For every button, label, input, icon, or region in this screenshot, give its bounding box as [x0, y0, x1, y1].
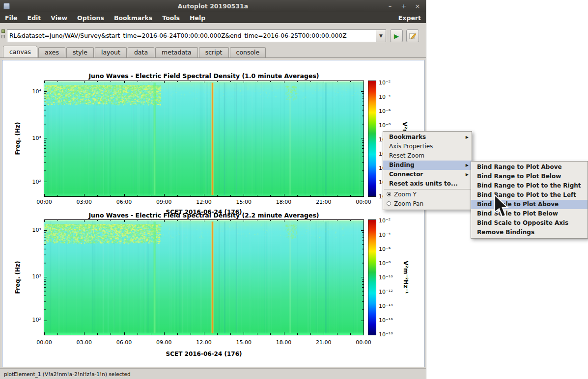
plot1-x-tick-label: 18:00: [276, 199, 292, 205]
submenu-arrow-icon: ▶: [466, 170, 469, 179]
menu-item-label: Zoom Y: [394, 191, 417, 198]
menu-item-label: Reset Zoom: [389, 152, 424, 159]
menu-item-label: Bind Scale to Plot Below: [477, 210, 558, 217]
menu-item-label: Bookmarks: [389, 134, 426, 140]
plot1-title: Juno Waves - Electric Field Spectral Den…: [44, 72, 364, 80]
mouse-cursor: [493, 194, 510, 221]
plot1-x-tick-label: 06:00: [116, 199, 132, 205]
colorbar2-label: V²m⁻²Hz⁻¹: [402, 261, 409, 294]
colorbar-1[interactable]: [368, 81, 376, 197]
submenu-arrow-icon: ▶: [466, 133, 469, 142]
colorbar2-tick-label: 10⁻¹⁰: [379, 274, 393, 281]
menu-item-label: Remove Bindings: [477, 229, 534, 236]
menu-item-reset-axis-units[interactable]: Reset axis units to...: [383, 179, 472, 189]
menu-item-label: Binding: [389, 162, 415, 168]
menu-item-zoom-y[interactable]: Zoom Y: [383, 190, 472, 199]
menu-item-label: Reset axis units to...: [389, 180, 458, 187]
plot2-title: Juno Waves - Electric Field Spectral Den…: [44, 212, 364, 219]
colorbar2-tick-label: 10⁻¹⁴: [379, 303, 393, 309]
plot2-x-axis-label: SCET 2016-06-24 (176): [44, 351, 364, 357]
plot2-y-tick-label: 10²: [32, 317, 41, 323]
screen: Autoplot 20190531a – + × File Edit View …: [0, 0, 588, 379]
minimize-button[interactable]: –: [387, 2, 393, 10]
plot2-x-tick-label: 21:00: [316, 339, 332, 346]
plot1-x-tick-label: 00:00: [36, 199, 52, 205]
menu-item-label: Bind Range to Plot Above: [477, 163, 562, 170]
menu-item-label: Bind Scale to Plot Above: [477, 201, 559, 208]
plot2-x-tick-label: 15:00: [236, 339, 252, 346]
colorbar2-tick-label: 10⁻⁸: [379, 260, 391, 267]
plot2-x-tick-label: 12:00: [196, 339, 212, 346]
colorbar2-tick-label: 10⁻⁶: [379, 246, 391, 252]
menu-item-label: Connector: [389, 171, 423, 178]
colorbar2-tick-label: 10⁻⁴: [379, 232, 391, 238]
colorbar1-tick-label: 10⁻⁸: [379, 122, 391, 129]
plot1-x-tick-label: 09:00: [156, 199, 172, 205]
maximize-button[interactable]: +: [400, 2, 407, 10]
colorbar1-tick-label: 10⁻⁶: [379, 108, 391, 114]
menu-item-label: Zoom Pan: [394, 200, 423, 207]
plot1-x-tick-label: 00:00: [356, 199, 371, 205]
menu-item-bind-range-right[interactable]: Bind Range to Plot to the Right: [471, 181, 588, 190]
menu-item-label: Bind Range to Plot to the Left: [477, 191, 576, 198]
menu-item-bind-range-left[interactable]: Bind Range to Plot to the Left: [471, 190, 588, 200]
menu-item-label: Axis Properties: [389, 143, 433, 150]
spectrogram-plot-2[interactable]: [44, 219, 364, 335]
menu-item-bind-range-above[interactable]: Bind Range to Plot Above: [471, 162, 588, 172]
menu-item-label: Bind Range to Plot to the Right: [477, 182, 581, 189]
plot1-x-tick-label: 12:00: [196, 199, 212, 205]
window-icon: [3, 3, 10, 9]
menu-item-connector[interactable]: Connector ▶: [383, 170, 472, 179]
menu-separator: [384, 189, 471, 190]
plot2-y-tick-label: 10³: [32, 273, 41, 280]
plot2-x-tick-label: 00:00: [36, 339, 52, 346]
menu-item-bind-scale-above[interactable]: Bind Scale to Plot Above: [471, 200, 588, 209]
close-button[interactable]: ×: [414, 2, 421, 10]
radio-selected-icon: [387, 192, 391, 196]
menu-item-binding[interactable]: Binding ▶: [383, 161, 472, 170]
plot2-x-tick-label: 00:00: [356, 339, 371, 346]
plot2-y-axis-label: Freq. (Hz): [14, 261, 21, 294]
radio-unselected-icon: [387, 201, 391, 206]
plot1-y-tick-label: 10⁴: [32, 88, 41, 95]
canvas-area[interactable]: Juno Waves - Electric Field Spectral Den…: [0, 0, 426, 379]
colorbar2-tick-label: 10⁻¹⁸: [379, 331, 393, 338]
menu-item-bind-range-below[interactable]: Bind Range to Plot Below: [471, 172, 588, 181]
menu-item-label: Bind Scale to Opposite Axis: [477, 219, 568, 226]
plot2-x-tick-label: 06:00: [116, 339, 132, 346]
arrow-cursor-icon: [493, 194, 510, 219]
colorbar2-tick-label: 10⁻²: [379, 217, 391, 224]
plot1-y-tick-label: 10²: [32, 179, 41, 185]
plot1-y-axis-label: Freq. (Hz): [14, 122, 21, 155]
menu-item-bind-scale-opposite[interactable]: Bind Scale to Opposite Axis: [471, 218, 588, 228]
menu-item-remove-bindings[interactable]: Remove Bindings: [471, 228, 588, 237]
colorbar2-tick-label: 10⁻¹²: [379, 289, 393, 295]
plot1-x-tick-label: 15:00: [236, 199, 252, 205]
menu-item-label: Bind Range to Plot Below: [477, 173, 561, 180]
menu-item-axis-properties[interactable]: Axis Properties: [383, 142, 472, 151]
context-menu: Bookmarks ▶ Axis Properties Reset Zoom B…: [383, 131, 472, 210]
plot1-x-tick-label: 21:00: [316, 199, 332, 205]
menu-item-bind-scale-below[interactable]: Bind Scale to Plot Below: [471, 209, 588, 218]
binding-submenu: Bind Range to Plot Above Bind Range to P…: [471, 161, 588, 239]
spectrogram-plot-1[interactable]: [44, 81, 364, 197]
colorbar2-tick-label: 10⁻¹⁶: [379, 317, 393, 324]
menu-item-zoom-pan[interactable]: Zoom Pan: [383, 199, 472, 209]
colorbar1-tick-label: 10⁻⁴: [379, 94, 391, 100]
menu-item-reset-zoom[interactable]: Reset Zoom: [383, 151, 472, 161]
menu-item-bookmarks[interactable]: Bookmarks ▶: [383, 133, 472, 142]
plot2-x-tick-label: 03:00: [76, 339, 92, 346]
plot2-y-tick-label: 10⁴: [32, 227, 41, 233]
plot1-y-tick-label: 10³: [32, 135, 41, 141]
submenu-arrow-icon: ▶: [466, 161, 469, 170]
plot2-x-tick-label: 09:00: [156, 339, 172, 346]
colorbar1-tick-label: 10⁻²: [379, 80, 391, 86]
plot2-x-tick-label: 18:00: [276, 339, 292, 346]
plot1-x-tick-label: 03:00: [76, 199, 92, 205]
colorbar-2[interactable]: [368, 219, 376, 335]
